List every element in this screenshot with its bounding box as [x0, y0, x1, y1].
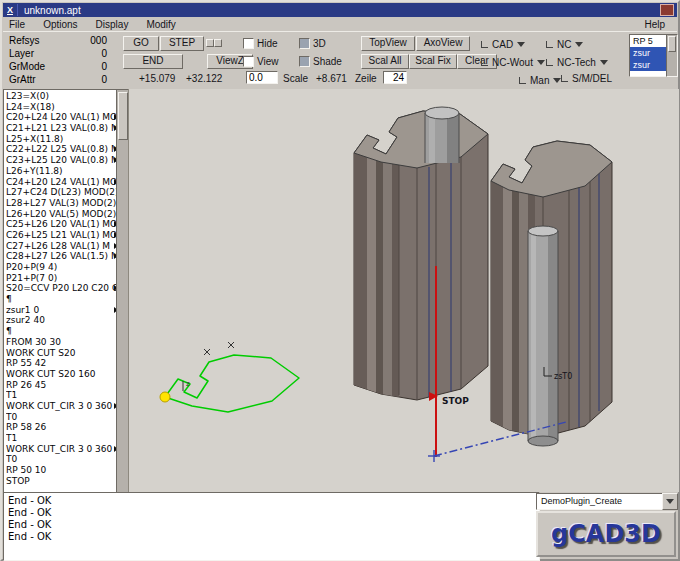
code-text: L24=X(18) [6, 102, 55, 112]
code-line[interactable]: C26+L25 L21 VAL(1) MO [6, 230, 119, 241]
code-line[interactable]: T0 [6, 454, 119, 465]
code-line[interactable]: ¶ [6, 326, 119, 337]
code-line[interactable]: C27+L26 L28 VAL(1) M [6, 241, 119, 252]
code-line[interactable]: FROM 30 30 [6, 337, 119, 348]
code-line[interactable]: P20+P(9 4) [6, 262, 119, 273]
code-line[interactable]: C24+L20 L24 VAL(1) MO [6, 177, 119, 188]
code-line[interactable]: T1 [6, 390, 119, 401]
step-button[interactable]: STEP [160, 36, 204, 51]
close-button[interactable] [660, 4, 674, 16]
code-line[interactable]: RP 50 10 [6, 465, 119, 476]
menu-item[interactable]: Modify [146, 19, 175, 30]
code-line[interactable]: S20=CCV P20 L20 C20 C [6, 283, 119, 294]
code-line[interactable]: STOP [6, 476, 119, 487]
go-button[interactable]: GO [123, 36, 159, 51]
menu-item[interactable]: Display [96, 19, 129, 30]
code-line[interactable]: C25+L26 L20 VAL(1) MO [6, 219, 119, 230]
viewport-canvas[interactable]: zsT0 [128, 89, 679, 492]
code-line[interactable]: WORK CUT_CIR 3 0 360 0 [6, 444, 119, 455]
plugin-dropdown-button[interactable] [662, 493, 678, 510]
view-checkbox[interactable] [243, 56, 254, 67]
code-line[interactable]: RP 58 26 [6, 422, 119, 433]
coord-x-readout: +15.079 [139, 73, 175, 84]
menu-item[interactable]: File [9, 19, 25, 30]
scal-all-button[interactable]: Scal All [361, 54, 409, 69]
code-text: C26+L25 L21 VAL(1) MO [6, 230, 117, 240]
code-line[interactable]: L23=X(0) [6, 91, 119, 102]
code-line[interactable]: WORK CUT S20 160 [6, 369, 119, 380]
code-line[interactable]: L24=X(18) [6, 102, 119, 113]
code-line[interactable]: WORK CUT S20 [6, 348, 119, 359]
message-line: End - OK [8, 519, 535, 531]
nc-label: NC [557, 39, 571, 50]
man-dropdown[interactable]: Man [519, 73, 561, 87]
grip[interactable] [214, 39, 222, 47]
nc-dropdown[interactable]: NC [546, 37, 583, 51]
code-line[interactable]: L27+C24 D(L23) MOD(2) [6, 187, 119, 198]
code-line[interactable]: ¶ [6, 294, 119, 305]
axoview-button[interactable]: AxoView [416, 36, 470, 51]
code-line[interactable]: L25+X(11.8) [6, 134, 119, 145]
active-point-marker[interactable] [160, 392, 170, 402]
code-line[interactable]: P21+P(7 0) [6, 273, 119, 284]
cylinder-pin-right[interactable] [528, 226, 558, 446]
smdel-dropdown[interactable]: S/M/DEL [561, 73, 612, 84]
end-button[interactable]: END [123, 54, 183, 69]
code-text: L27+C24 D(L23) MOD(2) [6, 187, 118, 197]
code-line[interactable]: RP 55 42 [6, 358, 119, 369]
shade-icon[interactable] [299, 56, 310, 67]
code-line[interactable]: L28+L27 VAL(3) MOD(2) [6, 198, 119, 209]
code-text: ¶ [6, 294, 12, 304]
code-line[interactable]: RP 26 45 [6, 380, 119, 391]
code-text: C27+L26 L28 VAL(1) M [6, 241, 110, 251]
code-text: RP 58 26 [6, 422, 46, 432]
message-line: End - OK [8, 495, 535, 507]
hide-checkbox-row: Hide [243, 38, 278, 49]
list-item[interactable]: zsur [630, 47, 666, 59]
nc-tech-dropdown[interactable]: NC-Tech [546, 55, 608, 69]
code-line[interactable]: C23+L25 L20 VAL(0.8) M [6, 155, 119, 166]
menu-item[interactable]: Options [43, 19, 77, 30]
grip[interactable] [206, 39, 214, 47]
nc-wout-dropdown[interactable]: NC-Wout [481, 55, 545, 69]
plugin-selector[interactable]: DemoPlugin_Create [536, 493, 678, 510]
code-line[interactable]: C28+L27 L26 VAL(1.5) M [6, 251, 119, 262]
profile-contour[interactable]: z [165, 342, 299, 412]
code-line[interactable]: C20+L24 L20 VAL(1) MO [6, 112, 119, 123]
threed-icon[interactable] [299, 38, 310, 49]
hide-checkbox[interactable] [243, 38, 254, 49]
code-line[interactable]: L26+Y(11.8) [6, 166, 119, 177]
listbox-scrollbar[interactable] [666, 34, 678, 77]
angle-icon [546, 41, 553, 48]
command-list-panel[interactable]: L23=X(0) L24=X(18) C20+L24 L20 VAL(1) MO… [3, 89, 120, 493]
scal-fix-button[interactable]: Scal Fix [409, 54, 457, 69]
plugin-panel: DemoPlugin_Create gCAD3D [532, 492, 678, 557]
solid-block-left[interactable] [354, 109, 488, 409]
code-text: T0 [6, 412, 17, 422]
code-scroll-thumb[interactable] [118, 92, 128, 140]
cylinder-pin-left[interactable] [425, 107, 459, 163]
code-line[interactable]: C21+L21 L23 VAL(0.8) M [6, 123, 119, 134]
chevron-down-icon [666, 499, 674, 508]
code-text: T0 [6, 454, 17, 464]
chevron-down-icon [537, 60, 545, 69]
rp-listbox[interactable]: RP 5zsurzsur [629, 34, 667, 77]
list-item[interactable]: zsur [630, 59, 666, 71]
code-line[interactable]: T1 [6, 433, 119, 444]
code-line[interactable]: L26+L20 VAL(5) MOD(2) [6, 209, 119, 220]
smdel-label: S/M/DEL [572, 73, 612, 84]
topview-button[interactable]: TopView [361, 36, 415, 51]
value-input[interactable] [246, 71, 278, 84]
titlebar[interactable]: X unknown.apt [3, 3, 677, 17]
window-menu-button[interactable]: X [3, 4, 18, 16]
status-row: GrMode 0 [5, 60, 117, 73]
list-item[interactable]: RP 5 [630, 35, 666, 47]
code-line[interactable]: T0 [6, 412, 119, 423]
cad-dropdown[interactable]: CAD [481, 37, 525, 51]
listbox-scroll-thumb[interactable] [668, 36, 676, 52]
scale-value: +8.671 [316, 73, 347, 84]
code-line[interactable]: WORK CUT_CIR 3 0 360 0 [6, 401, 119, 412]
code-line[interactable]: zsur2 40 [6, 315, 119, 326]
code-line[interactable]: zsur1 0 [6, 305, 119, 316]
code-line[interactable]: C22+L22 L25 VAL(0.8) M [6, 144, 119, 155]
